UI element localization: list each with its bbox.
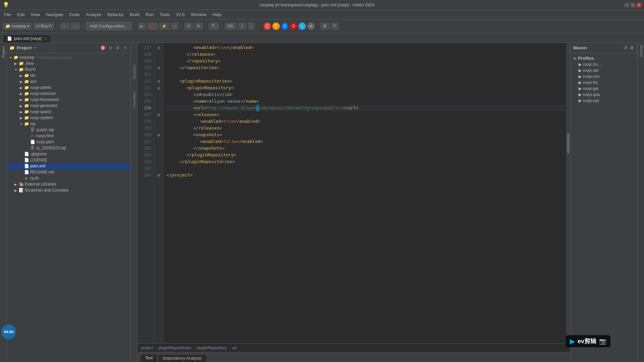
run-with-coverage[interactable]: ⚡	[159, 22, 169, 30]
profiles-header[interactable]: ▶ Profiles	[573, 55, 635, 61]
maven-profile-ruoyi-sys[interactable]: ▶ ruoyi-sys	[573, 98, 635, 104]
tab-text[interactable]: Text	[140, 354, 158, 362]
menu-refactor[interactable]: Refactor	[105, 11, 126, 18]
rerun-button[interactable]: ↺	[184, 22, 193, 30]
tree-item-ruoyi-pdm[interactable]: 📄 ruoyi.pdm	[7, 139, 130, 145]
maven-profile-sys-arrow-icon: ▶	[579, 98, 582, 103]
menu-build[interactable]: Build	[127, 11, 142, 18]
tree-item-pom-xml[interactable]: 📄 pom.xml	[7, 163, 130, 169]
tree-item-generator[interactable]: ▶ 📁 ruoyi-generator	[7, 103, 130, 109]
tree-label-license: LICENSE	[30, 158, 47, 162]
rerun-failed-button[interactable]: ↻	[194, 22, 203, 30]
structure-tab[interactable]: Structure	[131, 63, 137, 81]
settings-button[interactable]: ⚙	[320, 22, 329, 30]
maven-profile-ruoyi-adr[interactable]: ▶ ruoyi-adr	[573, 67, 635, 73]
menu-window[interactable]: Window	[188, 11, 209, 18]
tree-item-ext-libs[interactable]: ▶ 📚 External Libraries	[7, 181, 130, 187]
settings-gear-icon[interactable]: ⚙	[115, 45, 120, 51]
debug-button[interactable]: 🐞	[147, 22, 158, 30]
tree-item-framework[interactable]: ▶ 📁 ruoyi-framework	[7, 97, 130, 103]
other-browser-icon[interactable]: +	[307, 22, 315, 30]
tree-item-quartz[interactable]: ▶ 📁 ruoyi-quartz	[7, 109, 130, 115]
minimize-button[interactable]: ─	[625, 3, 629, 7]
tree-item-admin[interactable]: ▶ 📁 ruoyi-admin	[7, 85, 130, 91]
tree-item-ruoyi[interactable]: ▾ 📁 RuoYi	[7, 66, 130, 72]
menu-view[interactable]: View	[28, 11, 43, 18]
module-dropdown[interactable]: 🏷 RuoYi	[33, 22, 54, 30]
tree-item-gitignore[interactable]: 📄 .gitignore	[7, 151, 130, 157]
menu-tools[interactable]: Tools	[157, 11, 172, 18]
build-project-button[interactable]: 🔨	[209, 22, 219, 30]
chrome-icon[interactable]: C	[264, 22, 271, 30]
tree-item-ruoyi-html[interactable]: H ruoyi.html	[7, 133, 130, 139]
tab-close-button[interactable]: ✕	[44, 37, 47, 41]
favorites-tab[interactable]: Favorites	[131, 91, 137, 109]
scrollbar-thumb[interactable]	[567, 133, 570, 153]
tab-dependency-analyzer[interactable]: Dependency Analyzer	[158, 354, 207, 362]
tree-root[interactable]: ▾ 📁 ruoiyiwp H:\workspace\ruoiyiwp	[7, 54, 130, 60]
project-dropdown[interactable]: 📁 ruoiyiwp ▾	[3, 22, 32, 30]
add-configuration-button[interactable]: Add Configuration...	[86, 22, 132, 30]
maven-profile-ruoyi-fra[interactable]: ▶ ruoyi-fra	[573, 80, 635, 86]
tree-item-quartz-sql[interactable]: 🗄 quartz.sql	[7, 127, 130, 133]
menu-analyze[interactable]: Analyze	[83, 11, 104, 18]
tree-item-scratches[interactable]: ▶ 📝 Scratches and Consoles	[7, 187, 130, 193]
maven-profile-ruoyi-qua[interactable]: ▶ ruoyi-qua	[573, 92, 635, 98]
stop-button[interactable]: ■	[171, 22, 178, 30]
maximize-button[interactable]: □	[631, 3, 635, 7]
tree-item-common[interactable]: ▶ 📁 ruoyi-common	[7, 91, 130, 97]
menu-navigate[interactable]: Navigate	[43, 11, 66, 18]
git-push-button[interactable]: ↑	[248, 22, 255, 30]
breadcrumb-plugin-repos[interactable]: pluginRepositories	[158, 346, 192, 350]
git-update-button[interactable]: Git:	[225, 22, 236, 30]
tree-item-bin[interactable]: ▶ 📁 bin	[7, 72, 130, 79]
close-button[interactable]: ✕	[637, 3, 641, 7]
menu-help[interactable]: Help	[210, 11, 224, 18]
firefox-icon[interactable]: F	[272, 22, 280, 30]
menu-file[interactable]: File	[1, 11, 14, 18]
profiles-section: ▶ Profiles ▶ ruoyi (ro... ▶ ruoyi-adr ▶ …	[571, 53, 637, 106]
tree-item-system[interactable]: ▶ 📁 ruoyi-system	[7, 115, 130, 121]
maven-vertical-tab[interactable]: Maven	[637, 43, 644, 59]
opera-icon[interactable]: O	[290, 22, 297, 30]
project-tool-window-tab[interactable]: Project	[1, 44, 6, 60]
dropdown-arrow-icon: ▾	[27, 24, 29, 29]
safari-icon[interactable]: S	[281, 22, 288, 30]
git-commit-button[interactable]: ✓	[238, 22, 247, 30]
tree-item-sql[interactable]: ▾ 📁 sql	[7, 121, 130, 127]
maven-profile-ruoyi-con[interactable]: ▶ ruoyi-con	[573, 73, 635, 80]
help-search-button[interactable]: ?	[331, 22, 338, 30]
tree-item-doc[interactable]: ▶ 📁 doc	[7, 79, 130, 85]
menu-edit[interactable]: Edit	[14, 11, 27, 18]
breadcrumb-project[interactable]: project	[141, 346, 153, 350]
scrollbar[interactable]	[566, 43, 570, 343]
tree-item-ry-sh[interactable]: ▶ ry.sh	[7, 175, 130, 181]
menu-run[interactable]: Run	[143, 11, 156, 18]
tree-item-idea[interactable]: ▶ 📁 .idea	[7, 60, 130, 66]
maven-profile-ruoyi[interactable]: ▶ ruoyi (ro...	[573, 61, 635, 67]
hide-panel-icon[interactable]: ✕	[122, 45, 128, 51]
project-dropdown-arrow[interactable]: ▾	[34, 46, 36, 50]
back-button[interactable]: ←	[60, 22, 69, 30]
menu-code[interactable]: Code	[67, 11, 83, 18]
maven-settings-icon[interactable]: ⚙	[629, 45, 635, 51]
ev-play-icon: ▶	[570, 337, 575, 345]
tree-item-ry-sql[interactable]: 🗄 ry_20200323.sql	[7, 145, 130, 151]
run-button[interactable]: ▶	[138, 22, 146, 30]
forward-button[interactable]: →	[71, 22, 80, 30]
breadcrumb-plugin-repo[interactable]: pluginRepository	[197, 346, 227, 350]
menu-vcs[interactable]: VCS	[173, 11, 187, 18]
tree-item-readme[interactable]: 📄 README.md	[7, 169, 130, 175]
maven-profile-label-0: ruoyi (ro...	[583, 62, 601, 67]
ie-icon[interactable]: I	[299, 22, 306, 30]
tab-pom-xml[interactable]: 📄 pom.xml (ruoyi) ✕	[3, 35, 51, 43]
locate-file-icon[interactable]: 🎯	[100, 45, 106, 51]
tree-item-license[interactable]: 📄 LICENSE	[7, 157, 130, 163]
breadcrumb-url[interactable]: url	[232, 346, 236, 350]
collapse-all-icon[interactable]: ⊟	[108, 45, 113, 51]
code-editor[interactable]: <enabled>true</enabled> </releases> </re…	[164, 43, 566, 343]
code-line-262: </snapshots>	[166, 145, 566, 152]
maven-refresh-icon[interactable]: ↺	[623, 45, 628, 51]
maven-profile-ruoyi-ger[interactable]: ▶ ruoyi-ger	[573, 86, 635, 92]
code-line-254: <id>public</id>	[166, 91, 566, 98]
